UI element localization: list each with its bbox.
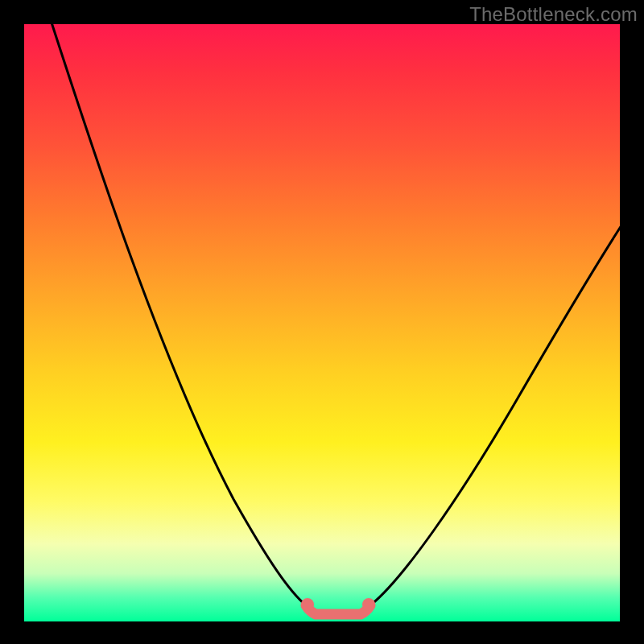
chart-frame: TheBottleneck.com	[0, 0, 644, 644]
plot-area	[24, 24, 620, 621]
marker-right	[362, 598, 375, 611]
curve-bottom-highlight	[306, 605, 370, 614]
curve-right-branch	[370, 225, 621, 605]
bottleneck-curve	[24, 24, 620, 621]
marker-left	[301, 598, 314, 611]
curve-left-branch	[51, 20, 306, 605]
watermark-text: TheBottleneck.com	[469, 3, 638, 26]
